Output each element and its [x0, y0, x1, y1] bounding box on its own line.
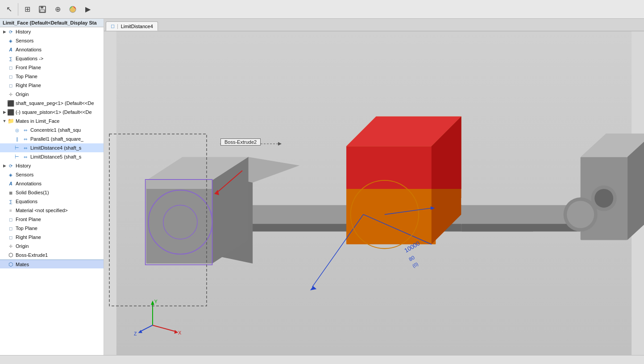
- toolbar: ↖ ⊞ ⊕ ▶: [0, 0, 644, 19]
- tree-item-origin-top[interactable]: Origin: [0, 90, 104, 99]
- tab-part-icon: │: [116, 24, 119, 29]
- sensor-mid-icon: [7, 171, 14, 178]
- limit4-icon: ⊢: [13, 144, 21, 151]
- tree-item-history-mid[interactable]: ▶ History: [0, 161, 104, 170]
- expand-mates-in[interactable]: ▼: [2, 119, 7, 123]
- expand-history-top[interactable]: ▶: [2, 29, 7, 34]
- equation-icon: [7, 55, 14, 62]
- origin-top-label: Origin: [16, 92, 29, 97]
- more-button[interactable]: ▶: [81, 2, 95, 17]
- tab-limitdistance4[interactable]: ◻ │ LimitDistance4: [106, 21, 158, 31]
- sensors-mid-label: Sensors: [16, 172, 33, 177]
- front-plane-mid-icon: [7, 216, 14, 223]
- limit5-label: LimitDistance5 (shaft_s: [30, 154, 81, 159]
- piston-label: (-) square_piston<1> (Default<<De: [16, 109, 92, 115]
- front-plane-icon: [7, 64, 14, 71]
- origin-mid-label: Origin: [16, 243, 29, 249]
- arrow-button[interactable]: ↖: [2, 2, 16, 17]
- tree-item-parallel1[interactable]: ⇔ Parallel1 (shaft_square_: [0, 134, 104, 143]
- color-icon: [69, 5, 77, 13]
- svg-point-36: [594, 189, 613, 208]
- expand-history-mid[interactable]: ▶: [2, 163, 7, 168]
- tree-item-top-plane-mid[interactable]: Top Plane: [0, 224, 104, 233]
- front-plane-mid-label: Front Plane: [16, 217, 41, 222]
- svg-rect-31: [461, 224, 581, 231]
- tree-item-top-plane-top[interactable]: Top Plane: [0, 72, 104, 81]
- feature-tree[interactable]: ▶ History Sensors Annotations Equations: [0, 27, 104, 355]
- parallel-sub-icon: ⇔: [22, 135, 29, 142]
- tree-item-mates-in[interactable]: ▼ 📁 Mates in Limit_Face: [0, 117, 104, 126]
- parallel1-label: Parallel1 (shaft_square_: [30, 136, 83, 142]
- sensors-top-label: Sensors: [16, 38, 33, 43]
- annotations-top-label: Annotations: [16, 47, 42, 52]
- history-icon: [7, 28, 14, 35]
- svg-point-38: [567, 201, 594, 228]
- shaft-label: shaft_square_peg<1> (Default<<De: [16, 100, 94, 106]
- svg-text:X: X: [178, 331, 181, 335]
- tree-item-mates-bottom[interactable]: ⬡ Mates: [0, 259, 104, 268]
- sensor-icon: [7, 37, 14, 44]
- tree-item-boss-extrude1[interactable]: ⬡ Boss-Extrude1: [0, 251, 104, 259]
- annotation-icon: [7, 46, 14, 53]
- tree-item-shaft-part[interactable]: ⬛ shaft_square_peg<1> (Default<<De: [0, 99, 104, 108]
- viewport[interactable]: ◻ │ LimitDistance4 Boss-Extrude2: [104, 19, 644, 355]
- svg-text:Y: Y: [154, 299, 158, 304]
- tree-item-annotations-mid[interactable]: Annotations: [0, 179, 104, 188]
- equations-mid-label: Equations: [16, 199, 37, 204]
- svg-rect-16: [146, 180, 212, 264]
- top-plane-mid-label: Top Plane: [16, 226, 37, 231]
- tree-item-sensors-top[interactable]: Sensors: [0, 36, 104, 45]
- tree-item-limitdist5[interactable]: ⊢ ⇔ LimitDistance5 (shaft_s: [0, 152, 104, 161]
- boss1-icon: ⬡: [7, 251, 14, 259]
- mates-icon: ⬡: [7, 261, 14, 268]
- history-mid-icon: [7, 162, 14, 169]
- tree-item-piston-part[interactable]: ▶ ⬛ (-) square_piston<1> (Default<<De: [0, 108, 104, 117]
- callout-label: Boss-Extrude2: [220, 138, 261, 146]
- tree-item-right-plane-mid[interactable]: Right Plane: [0, 233, 104, 242]
- origin-mid-icon: [7, 243, 14, 250]
- tree-item-front-plane-top[interactable]: Front Plane: [0, 63, 104, 72]
- parallel-icon: [13, 135, 21, 142]
- shaft-icon: ⬛: [7, 100, 14, 107]
- limit4-label: LimitDistance4 (shaft_s: [30, 145, 81, 151]
- history-mid-label: History: [16, 163, 31, 168]
- tree-item-front-plane-mid[interactable]: Front Plane: [0, 215, 104, 224]
- history-top-label: History: [16, 29, 31, 34]
- right-plane-top-label: Right Plane: [16, 83, 41, 88]
- svg-rect-26: [346, 146, 436, 189]
- grid-button[interactable]: ⊞: [20, 2, 34, 17]
- front-plane-top-label: Front Plane: [16, 65, 41, 70]
- target-button[interactable]: ⊕: [50, 2, 65, 17]
- main-area: Limit_Face (Default<Default_Display Sta …: [0, 19, 644, 355]
- tree-item-origin-mid[interactable]: Origin: [0, 242, 104, 251]
- status-bar: [0, 355, 644, 364]
- tree-item-limitdist4[interactable]: ⊢ ⇔ LimitDistance4 (shaft_s: [0, 143, 104, 152]
- tree-item-right-plane-top[interactable]: Right Plane: [0, 81, 104, 90]
- expand-piston[interactable]: ▶: [2, 110, 7, 114]
- right-plane-icon: [7, 82, 14, 89]
- tree-item-annotations-top[interactable]: Annotations: [0, 45, 104, 54]
- svg-rect-17: [146, 180, 212, 189]
- right-plane-mid-icon: [7, 234, 14, 241]
- tree-item-sensors-mid[interactable]: Sensors: [0, 170, 104, 179]
- material-icon: [7, 207, 14, 214]
- tree-item-equations-top[interactable]: Equations ->: [0, 54, 104, 63]
- part-title: Limit_Face (Default<Default_Display Sta: [0, 19, 104, 27]
- save-button[interactable]: [35, 2, 50, 17]
- 3d-scene[interactable]: 10000 80 (0) Y X Z: [104, 31, 644, 355]
- tree-item-history-top[interactable]: ▶ History: [0, 27, 104, 36]
- tree-item-concentric1[interactable]: ⇔ Concentric1 (shaft_squ: [0, 126, 104, 134]
- limit4-sub-icon: ⇔: [22, 144, 29, 151]
- bodies-icon: [7, 189, 14, 196]
- save-icon: [38, 5, 46, 13]
- tree-item-solid-bodies[interactable]: Solid Bodies(1): [0, 188, 104, 197]
- material-label: Material <not specified>: [16, 208, 68, 213]
- concentric-icon: [13, 126, 21, 134]
- top-plane-top-label: Top Plane: [16, 74, 37, 79]
- piston-icon: ⬛: [7, 109, 14, 116]
- tree-item-equations-mid[interactable]: Equations: [0, 197, 104, 206]
- tree-item-material[interactable]: Material <not specified>: [0, 206, 104, 215]
- tab-bar: ◻ │ LimitDistance4: [104, 19, 644, 31]
- color-button[interactable]: [66, 2, 80, 17]
- top-plane-mid-icon: [7, 225, 14, 232]
